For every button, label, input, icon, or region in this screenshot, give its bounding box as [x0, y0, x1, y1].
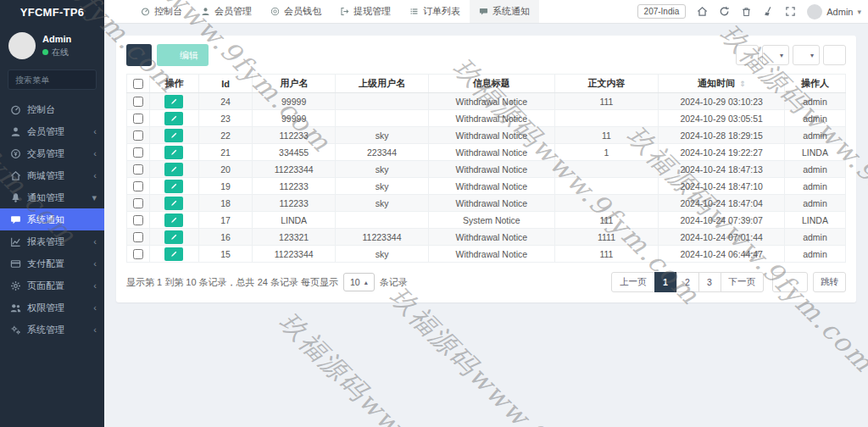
cell-username: LINDA: [253, 212, 336, 229]
page-size-dropdown[interactable]: 10 ▴: [343, 273, 375, 291]
header-parent-username: 上级用户名: [335, 75, 428, 93]
sidebar-item-0[interactable]: 控制台: [0, 98, 104, 120]
users-icon: [10, 302, 21, 313]
row-edit-button[interactable]: [164, 95, 183, 108]
row-checkbox[interactable]: [133, 249, 143, 259]
row-edit-button[interactable]: [164, 129, 183, 142]
wallet-icon: [270, 7, 280, 16]
row-checkbox[interactable]: [133, 198, 143, 208]
chart-icon: [10, 236, 21, 247]
row-checkbox[interactable]: [133, 114, 143, 124]
sidebar-item-10[interactable]: 系统管理‹: [0, 319, 104, 341]
comment-icon: [479, 7, 488, 16]
cell-content: 111: [554, 246, 659, 263]
nav-tab-3[interactable]: 提现管理: [331, 0, 400, 23]
card-view-button[interactable]: [736, 45, 759, 65]
nav-tab-4[interactable]: 订单列表: [400, 0, 470, 23]
row-edit-button[interactable]: [164, 112, 183, 125]
row-checkbox[interactable]: [133, 130, 143, 141]
broom-icon[interactable]: [763, 6, 774, 17]
pencil-icon: [170, 182, 178, 190]
sidebar-toggle-button[interactable]: [104, 0, 131, 23]
cell-username: 99999: [253, 110, 336, 127]
cell-checkbox: [127, 229, 150, 246]
table-row: 2499999Withdrawal Notice1112024-10-29 03…: [127, 93, 846, 110]
chevron-down-icon: ▾: [92, 193, 97, 202]
row-edit-button[interactable]: [164, 214, 183, 227]
table-footer: 显示第 1 到第 10 条记录，总共 24 条记录 每页显示 10 ▴ 条记录 …: [126, 272, 846, 292]
search-toggle-button[interactable]: [823, 45, 846, 65]
header-time[interactable]: 通知时间⇕: [659, 75, 784, 93]
page-button-3[interactable]: 3: [698, 272, 721, 292]
chevron-up-icon: ▴: [364, 279, 368, 286]
expand-icon[interactable]: [785, 6, 796, 17]
edit-button-label: 编辑: [180, 49, 198, 62]
sort-icon: ⇕: [739, 80, 746, 88]
cell-operator: LINDA: [784, 144, 845, 161]
row-edit-button[interactable]: [164, 146, 183, 159]
user-status-label: 在线: [52, 47, 69, 58]
cell-parent-username: 223344: [335, 144, 428, 161]
cell-id: 18: [198, 195, 253, 212]
header-checkbox-cell: [127, 75, 150, 93]
nav-tab-2[interactable]: 会员钱包: [261, 0, 331, 23]
sidebar-item-9[interactable]: 权限管理‹: [0, 297, 104, 319]
row-checkbox[interactable]: [133, 97, 143, 107]
trash-icon[interactable]: [741, 6, 752, 17]
sidebar-item-4[interactable]: 通知管理▾: [0, 186, 104, 208]
page-button-1[interactable]: 1: [654, 272, 677, 292]
sidebar-item-6[interactable]: 报表管理‹: [0, 230, 104, 252]
row-edit-button[interactable]: [164, 230, 183, 244]
row-checkbox[interactable]: [133, 164, 143, 175]
edit-button[interactable]: 编辑: [157, 44, 209, 66]
page-button-2[interactable]: 2: [676, 272, 699, 292]
home-icon[interactable]: [697, 6, 708, 17]
sidebar-item-label: 通知管理: [27, 191, 86, 204]
columns-button[interactable]: ▾: [762, 45, 789, 65]
sidebar-item-1[interactable]: 会员管理‹: [0, 120, 104, 142]
cell-content: 1111: [554, 229, 659, 246]
row-checkbox[interactable]: [133, 215, 143, 225]
card-icon: [10, 258, 21, 269]
sidebar-item-2[interactable]: 交易管理‹: [0, 142, 104, 164]
sidebar-item-3[interactable]: 商城管理‹: [0, 164, 104, 186]
cell-content: 111: [554, 93, 659, 110]
row-edit-button[interactable]: [164, 180, 183, 193]
cell-time: 2024-10-24 18:47:13: [659, 161, 784, 178]
sidebar-item-5[interactable]: 系统通知: [0, 208, 104, 230]
row-edit-button[interactable]: [164, 247, 183, 261]
chevron-left-icon: ‹: [93, 281, 97, 291]
select-all-checkbox[interactable]: [133, 79, 143, 89]
refresh-icon[interactable]: [719, 6, 730, 17]
row-edit-button[interactable]: [164, 197, 183, 210]
prev-page-button[interactable]: 上一页: [611, 272, 655, 292]
cell-operator: admin: [784, 127, 845, 144]
next-page-button[interactable]: 下一页: [721, 272, 765, 292]
user-menu[interactable]: Admin ▾: [807, 4, 861, 19]
nav-tab-5[interactable]: 系统通知: [470, 0, 539, 23]
sidebar-menu: 控制台会员管理‹交易管理‹商城管理‹通知管理▾系统通知报表管理‹支付配置‹页面配…: [0, 98, 104, 427]
refresh-button[interactable]: [126, 44, 152, 66]
cell-title: Withdrawal Notice: [429, 195, 554, 212]
row-checkbox[interactable]: [133, 181, 143, 191]
cell-checkbox: [127, 212, 150, 229]
export-button[interactable]: ▾: [793, 45, 820, 65]
sidebar-item-8[interactable]: 页面配置‹: [0, 274, 104, 297]
region-selector-button[interactable]: 207-India: [637, 4, 687, 19]
cell-time: 2024-10-24 18:47:10: [659, 178, 784, 195]
row-edit-button[interactable]: [164, 163, 183, 176]
nav-tab-0[interactable]: 控制台: [131, 0, 192, 23]
row-checkbox[interactable]: [133, 232, 143, 242]
page-jump-input[interactable]: [772, 272, 808, 292]
chevron-left-icon: ‹: [93, 237, 97, 247]
pencil-icon: [170, 233, 178, 241]
header-id: Id: [198, 75, 253, 93]
cell-operation: [150, 127, 199, 144]
nav-tab-1[interactable]: 会员管理: [192, 0, 261, 23]
user-icon: [14, 38, 30, 53]
row-checkbox[interactable]: [133, 147, 143, 158]
chevron-left-icon: ‹: [93, 171, 97, 180]
user-icon: [10, 126, 21, 137]
sidebar-item-7[interactable]: 支付配置‹: [0, 252, 104, 274]
page-jump-button[interactable]: 跳转: [813, 272, 846, 292]
